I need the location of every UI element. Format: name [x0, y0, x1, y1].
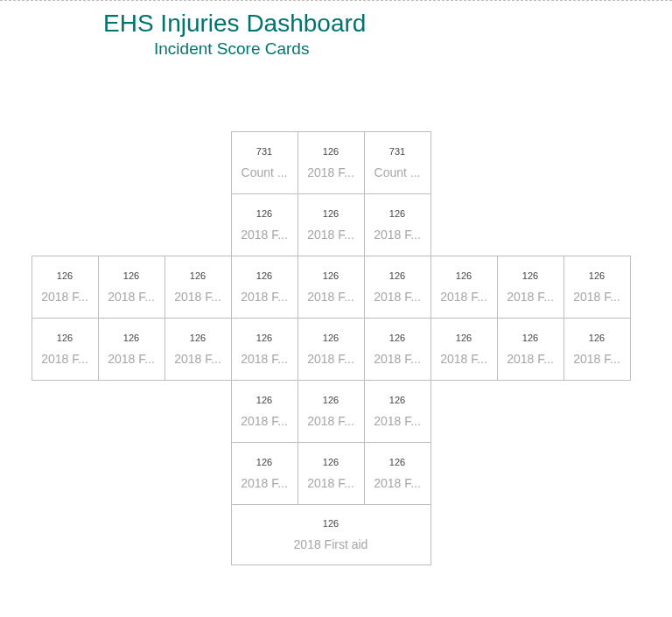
scorecard[interactable]: 126 2018 F...	[231, 318, 298, 381]
scorecard-value: 126	[256, 395, 272, 405]
scorecard-label: 2018 F...	[171, 352, 225, 366]
scorecard-value: 126	[389, 395, 405, 405]
scorecard-value: 126	[323, 270, 339, 281]
scorecard-label: 2018 F...	[304, 352, 358, 366]
scorecard[interactable]: 126 2018 F...	[298, 256, 365, 319]
dashboard-header: EHS Injuries Dashboard Incident Score Ca…	[0, 1, 672, 59]
scorecard[interactable]: 126 2018 F...	[430, 318, 498, 381]
scorecard-value: 126	[57, 333, 73, 343]
scorecard-label: 2018 F...	[237, 290, 291, 304]
scorecard[interactable]: 731 Count ...	[364, 131, 431, 194]
scorecard[interactable]: 126 2018 F...	[298, 193, 365, 256]
scorecard-value: 126	[456, 270, 472, 281]
scorecard-value: 126	[123, 333, 139, 343]
scorecard[interactable]: 126 2018 F...	[430, 256, 498, 319]
scorecard-label: 2018 F...	[104, 290, 158, 304]
scorecard[interactable]: 126 2018 F...	[32, 318, 99, 381]
scorecard-value: 731	[256, 146, 272, 157]
scorecard-label: 2018 F...	[370, 414, 424, 428]
scorecard-label: 2018 F...	[370, 228, 424, 242]
scorecard[interactable]: 126 2018 F...	[164, 256, 232, 319]
scorecard-label: 2018 F...	[503, 290, 557, 304]
scorecard-value: 126	[323, 395, 339, 405]
scorecard-grid: 731 Count ... 126 2018 F... 731 Count ..…	[32, 131, 630, 564]
scorecard-label: 2018 F...	[370, 290, 424, 304]
scorecard-label: 2018 F...	[570, 290, 624, 304]
scorecard-label: 2018 F...	[38, 352, 92, 366]
scorecard-value: 126	[456, 333, 472, 343]
scorecard[interactable]: 126 2018 F...	[497, 256, 564, 319]
scorecard-value: 126	[323, 208, 339, 219]
scorecard[interactable]: 126 2018 F...	[32, 256, 99, 319]
scorecard[interactable]: 126 2018 F...	[231, 380, 298, 443]
scorecard[interactable]: 126 2018 F...	[298, 380, 365, 443]
scorecard-label: 2018 F...	[237, 476, 291, 490]
dashboard-title: EHS Injuries Dashboard	[103, 10, 672, 38]
scorecard[interactable]: 126 2018 F...	[298, 442, 365, 505]
scorecard[interactable]: 126 2018 F...	[164, 318, 232, 381]
scorecard[interactable]: 126 2018 F...	[231, 442, 298, 505]
scorecard-value: 126	[57, 270, 73, 281]
scorecard-label: 2018 F...	[237, 414, 291, 428]
scorecard-value: 126	[323, 457, 339, 467]
scorecard-value: 126	[323, 333, 339, 343]
scorecard[interactable]: 126 2018 F...	[364, 380, 431, 443]
scorecard-label: 2018 F...	[370, 476, 424, 490]
scorecard[interactable]: 126 2018 F...	[364, 442, 431, 505]
scorecard-label: 2018 F...	[437, 290, 491, 304]
scorecard[interactable]: 126 2018 F...	[364, 256, 431, 319]
scorecard-label: 2018 F...	[237, 352, 291, 366]
scorecard-value: 126	[323, 518, 339, 529]
scorecard[interactable]: 126 2018 F...	[298, 131, 365, 194]
scorecard-value: 126	[389, 457, 405, 467]
scorecard-label: 2018 F...	[370, 352, 424, 366]
scorecard[interactable]: 126 2018 F...	[364, 193, 431, 256]
scorecard-value: 126	[256, 333, 272, 343]
scorecard-value: 126	[589, 333, 605, 343]
scorecard-value: 126	[522, 333, 538, 343]
scorecard[interactable]: 126 2018 F...	[98, 318, 165, 381]
scorecard-value: 126	[389, 333, 405, 343]
scorecard-label: 2018 F...	[570, 352, 624, 366]
scorecard-value: 126	[123, 270, 139, 281]
scorecard-label: 2018 First aid	[285, 537, 377, 551]
scorecard[interactable]: 126 2018 F...	[298, 318, 365, 381]
scorecard-wide[interactable]: 126 2018 First aid	[231, 504, 431, 565]
scorecard-value: 126	[256, 270, 272, 281]
scorecard-value: 126	[389, 208, 405, 219]
scorecard[interactable]: 126 2018 F...	[364, 318, 431, 381]
scorecard[interactable]: 126 2018 F...	[98, 256, 165, 319]
scorecard-label: Count ...	[371, 165, 424, 179]
scorecard-value: 126	[389, 270, 405, 281]
scorecard[interactable]: 126 2018 F...	[564, 318, 631, 381]
scorecard-value: 126	[323, 146, 339, 157]
scorecard-label: 2018 F...	[304, 414, 358, 428]
scorecard-value: 126	[256, 208, 272, 219]
scorecard-label: 2018 F...	[104, 352, 158, 366]
scorecard[interactable]: 126 2018 F...	[564, 256, 631, 319]
scorecard[interactable]: 126 2018 F...	[231, 256, 298, 319]
dashboard-subtitle: Incident Score Cards	[103, 39, 672, 59]
scorecard[interactable]: 731 Count ...	[231, 131, 298, 194]
scorecard[interactable]: 126 2018 F...	[231, 193, 298, 256]
scorecard-label: 2018 F...	[171, 290, 225, 304]
scorecard-value: 731	[389, 146, 405, 157]
scorecard-label: 2018 F...	[437, 352, 491, 366]
scorecard-value: 126	[256, 457, 272, 467]
scorecard-value: 126	[190, 333, 206, 343]
scorecard-label: 2018 F...	[38, 290, 92, 304]
scorecard-label: 2018 F...	[304, 228, 358, 242]
scorecard-value: 126	[522, 270, 538, 281]
scorecard-label: 2018 F...	[304, 290, 358, 304]
scorecard-label: 2018 F...	[237, 228, 291, 242]
scorecard-value: 126	[190, 270, 206, 281]
scorecard-label: 2018 F...	[304, 476, 358, 490]
scorecard-label: 2018 F...	[304, 165, 358, 179]
scorecard-label: Count ...	[238, 165, 291, 179]
scorecard-label: 2018 F...	[503, 352, 557, 366]
scorecard[interactable]: 126 2018 F...	[497, 318, 564, 381]
scorecard-value: 126	[589, 270, 605, 281]
